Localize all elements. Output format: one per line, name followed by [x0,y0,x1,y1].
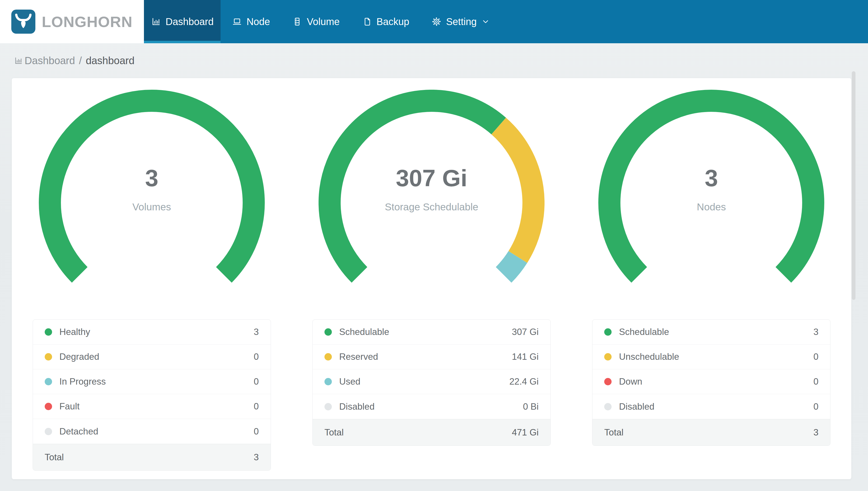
legend-label: Disabled [339,402,375,412]
nav-item-setting[interactable]: Setting [424,0,497,43]
legend-value: 0 [813,402,818,412]
status-dot-gray [45,428,52,435]
legend-label: Schedulable [339,327,389,337]
legend-value: 141 Gi [512,352,539,362]
panel-nodes: 3NodesSchedulable3Unschedulable0Down0Dis… [571,90,851,479]
gauge-volumes: 3Volumes [39,90,265,288]
gauge-segment-schedulable [609,101,813,275]
breadcrumb-separator: / [79,55,82,66]
status-dot-teal [45,378,52,385]
chevron-down-icon [482,18,490,26]
legend-table-volumes: Healthy3Degraded0In Progress0Fault0Detac… [33,319,271,471]
total-label: Total [604,427,623,438]
legend-row-detached: Detached0 [33,419,271,444]
legend-label: Reserved [339,352,378,362]
legend-row-unschedulable: Unschedulable0 [592,345,830,369]
legend-value: 307 Gi [512,327,539,337]
document-icon [362,17,372,27]
legend-value: 0 [813,352,818,362]
bar-chart-icon [14,56,23,65]
legend-value: 0 [254,352,259,362]
legend-value: 3 [813,327,818,337]
legend-table-storage-schedulable: Schedulable307 GiReserved141 GiUsed22.4 … [312,319,551,446]
status-dot-red [604,378,612,385]
legend-row-reserved: Reserved141 Gi [313,345,551,369]
legend-value: 0 [254,376,259,387]
breadcrumb-page: dashboard [86,55,134,66]
legend-value: 3 [254,327,259,337]
status-dot-green [604,328,612,336]
legend-label: Disabled [619,402,654,412]
nav-item-label: Backup [376,16,409,27]
dashboard-card: 3VolumesHealthy3Degraded0In Progress0Fau… [12,78,851,479]
panel-storage-schedulable: 307 GiStorage SchedulableSchedulable307 … [291,90,571,479]
status-dot-yellow [45,353,52,360]
nav: Dashboard Node Volume Backup Setting [144,0,868,43]
panel-volumes: 3VolumesHealthy3Degraded0In Progress0Fau… [12,90,291,479]
brand-name: LONGHORN [42,13,133,30]
legend-value: 0 Bi [523,402,539,412]
total-value: 3 [813,427,818,438]
legend-row-disabled: Disabled0 [592,394,830,419]
legend-label: Unschedulable [619,352,679,362]
legend-row-used: Used22.4 Gi [313,369,551,394]
total-value: 471 Gi [512,427,539,438]
gauge-segment-reserved [499,126,533,257]
gear-icon [431,17,442,27]
status-dot-red [45,403,52,410]
status-dot-green [45,328,52,336]
status-dot-yellow [604,353,612,360]
logo-area[interactable]: LONGHORN [0,0,144,43]
legend-label: Degraded [59,352,99,362]
legend-row-down: Down0 [592,369,830,394]
total-row: Total471 Gi [313,419,551,445]
total-value: 3 [254,452,259,462]
nav-item-dashboard[interactable]: Dashboard [144,0,221,43]
status-dot-teal [324,378,332,385]
breadcrumb: Dashboard / dashboard [0,43,868,78]
legend-value: 0 [813,376,818,387]
status-dot-gray [324,403,332,410]
legend-label: Healthy [59,327,90,337]
gauge-segment-used [503,257,518,275]
nav-item-backup[interactable]: Backup [354,0,416,43]
legend-row-healthy: Healthy3 [33,320,271,345]
legend-label: Down [619,376,642,387]
legend-row-schedulable: Schedulable307 Gi [313,320,551,345]
gauge-arc [39,90,265,288]
legend-row-fault: Fault0 [33,394,271,419]
total-label: Total [45,452,64,462]
legend-value: 22.4 Gi [509,376,539,387]
nav-item-volume[interactable]: Volume [285,0,347,43]
gauge-segment-healthy [50,101,254,275]
longhorn-logo [11,9,35,34]
legend-table-nodes: Schedulable3Unschedulable0Down0Disabled0… [592,319,830,446]
nav-item-label: Volume [307,16,339,27]
gauge-segment-schedulable [330,101,499,275]
laptop-icon [232,17,242,27]
legend-label: Fault [59,401,80,412]
legend-label: In Progress [59,376,106,387]
server-icon [292,17,302,27]
gauge-storage-schedulable: 307 GiStorage Schedulable [318,90,545,288]
breadcrumb-section[interactable]: Dashboard [25,55,75,66]
bar-chart-icon [151,17,161,27]
total-label: Total [324,427,344,438]
nav-item-node[interactable]: Node [224,0,278,43]
status-dot-yellow [324,353,332,360]
gauge-arc [598,90,824,288]
legend-label: Schedulable [619,327,669,337]
legend-row-disabled: Disabled0 Bi [313,394,551,419]
scrollbar-thumb[interactable] [852,71,856,300]
legend-row-schedulable: Schedulable3 [592,320,830,345]
gauge-arc [318,90,545,288]
bull-icon [14,12,32,31]
total-row: Total3 [33,444,271,470]
status-dot-gray [604,403,612,410]
nav-item-label: Node [247,16,270,27]
nav-item-label: Setting [446,16,477,27]
legend-row-in-progress: In Progress0 [33,369,271,394]
legend-value: 0 [254,426,259,437]
gauge-nodes: 3Nodes [598,90,824,288]
legend-label: Detached [59,426,98,437]
